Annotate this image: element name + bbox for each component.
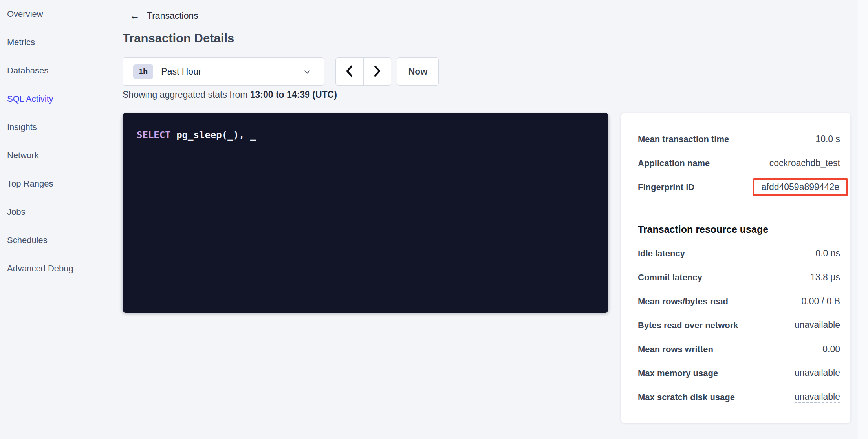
sidebar-item-jobs[interactable]: Jobs [0,198,114,226]
chevron-down-icon [302,67,312,78]
resource-usage-heading: Transaction resource usage [638,221,840,237]
time-range-value: Past Hour [161,66,201,77]
stats-range: 13:00 to 14:39 (UTC) [250,90,337,100]
detail-row: Max scratch disk usageunavailable [638,385,840,409]
detail-row: Fingerprint IDafdd4059a899442e [638,175,840,199]
detail-row: Bytes read over networkunavailable [638,313,840,337]
detail-label: Commit latency [638,273,702,283]
detail-row: Mean rows written0.00 [638,337,840,361]
page-title: Transaction Details [123,31,234,46]
detail-value: cockroachdb_test [769,158,840,168]
detail-row: Mean rows/bytes read0.00 / 0 B [638,289,840,313]
stats-prefix: Showing aggregated stats from [123,90,250,100]
sql-keyword: SELECT [137,130,171,141]
sidebar-item-advanced-debug[interactable]: Advanced Debug [0,254,114,283]
sidebar-item-sql-activity[interactable]: SQL Activity [0,85,114,113]
vertical-scrollbar[interactable] [858,0,868,439]
time-range-select[interactable]: 1h Past Hour [123,57,324,86]
detail-label: Idle latency [638,249,685,259]
sidebar-item-overview[interactable]: Overview [0,0,114,28]
detail-value: 0.00 / 0 B [802,296,840,307]
chevron-right-icon [371,64,383,79]
card-divider [638,209,840,209]
back-link-transactions[interactable]: ← Transactions [130,9,198,23]
sidebar-item-metrics[interactable]: Metrics [0,28,114,57]
detail-value[interactable]: unavailable [795,320,840,331]
sidebar-item-network[interactable]: Network [0,141,114,170]
detail-row: Mean transaction time10.0 s [638,127,840,151]
detail-value: 0.00 [822,344,840,355]
detail-label: Bytes read over network [638,320,738,331]
sidebar-item-schedules[interactable]: Schedules [0,226,114,254]
detail-value: 13.8 µs [810,272,840,283]
detail-row: Commit latency13.8 µs [638,265,840,289]
detail-label: Mean rows/bytes read [638,296,728,307]
sql-statement-box: SELECT pg_sleep(_), _ [123,113,608,313]
detail-label: Fingerprint ID [638,182,694,192]
sql-code-rest: pg_sleep(_), _ [171,130,256,141]
fingerprint-id-value: afdd4059a899442e [753,178,848,196]
sql-statement-text: SELECT pg_sleep(_), _ [137,130,256,141]
detail-row: Idle latency0.0 ns [638,241,840,265]
resource-rows: Idle latency0.0 nsCommit latency13.8 µsM… [638,241,840,409]
detail-label: Max memory usage [638,368,718,379]
now-button[interactable]: Now [397,57,439,86]
detail-label: Mean rows written [638,344,713,355]
aggregated-stats-text: Showing aggregated stats from 13:00 to 1… [123,90,337,100]
sidebar-item-databases[interactable]: Databases [0,57,114,85]
chevron-left-icon [344,64,355,79]
prev-range-button[interactable] [336,58,364,85]
detail-value: 0.0 ns [815,248,840,259]
back-link-label: Transactions [147,11,198,21]
detail-row: Max memory usageunavailable [638,361,840,385]
sidebar-item-insights[interactable]: Insights [0,113,114,141]
detail-value[interactable]: unavailable [795,391,840,403]
sidebar-item-top-ranges[interactable]: Top Ranges [0,170,114,198]
back-arrow-icon: ← [130,11,140,21]
next-range-button[interactable] [364,58,391,85]
detail-label: Application name [638,158,710,168]
time-range-badge: 1h [133,64,153,79]
time-range-nav [335,57,391,86]
detail-label: Max scratch disk usage [638,392,735,402]
sidebar-nav: OverviewMetricsDatabasesSQL ActivityInsi… [0,0,114,439]
detail-value: 10.0 s [815,134,840,145]
detail-row: Application namecockroachdb_test [638,151,840,175]
detail-value[interactable]: unavailable [795,368,840,379]
transaction-details-card: Mean transaction time10.0 sApplication n… [621,113,851,423]
summary-rows: Mean transaction time10.0 sApplication n… [638,127,840,199]
detail-label: Mean transaction time [638,134,729,145]
